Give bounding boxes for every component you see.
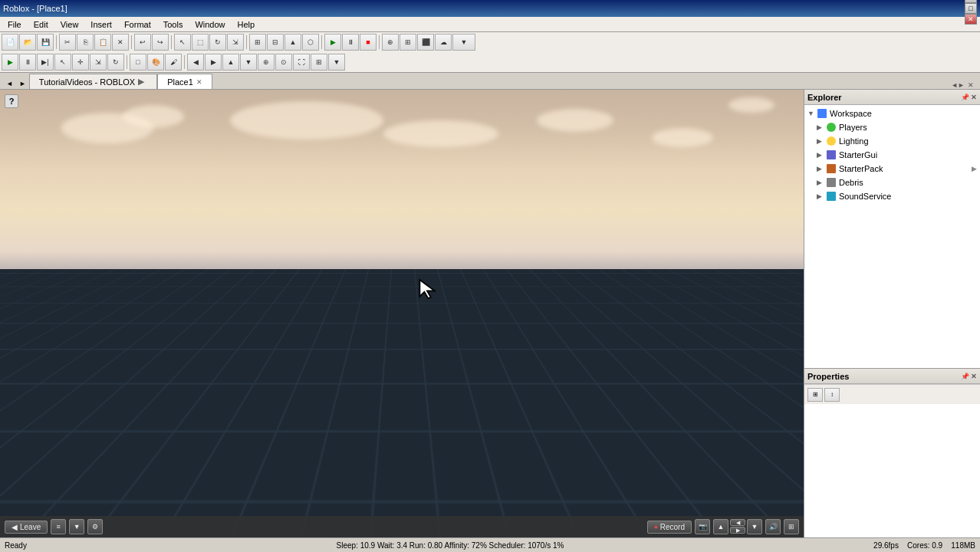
tb-scale[interactable]: ⇲	[227, 34, 244, 51]
tb-play[interactable]: ▶	[324, 34, 341, 51]
menu-tools[interactable]: Tools	[157, 18, 189, 31]
tb-insert2[interactable]: ⊞	[400, 34, 416, 51]
explorer-close-icon[interactable]: ✕	[971, 94, 977, 101]
tb-surface[interactable]: □	[130, 54, 146, 71]
tb-play2[interactable]: ▶	[2, 54, 18, 71]
tb-color2[interactable]: 🖌	[165, 54, 182, 71]
menu-edit[interactable]: Edit	[28, 18, 54, 31]
tb-terrain[interactable]: ▲	[284, 34, 301, 51]
tb-more3[interactable]: ▼	[328, 54, 345, 71]
tb-color1[interactable]: 🎨	[147, 54, 164, 71]
tb-redo[interactable]: ↪	[152, 34, 169, 51]
tb-snap[interactable]: ⊟	[267, 34, 284, 51]
tb-more2[interactable]: ⊞	[311, 54, 327, 71]
startergui-toggle[interactable]: ▶	[817, 151, 826, 159]
tab-area-nav-right[interactable]: ►	[958, 81, 965, 89]
up-arrow-btn[interactable]: ▲	[713, 519, 728, 534]
tb-publish[interactable]: ☁	[435, 34, 452, 51]
tb-select[interactable]: ⬚	[192, 34, 209, 51]
soundservice-toggle[interactable]: ▶	[817, 192, 826, 200]
tb-insert1[interactable]: ⊕	[382, 34, 399, 51]
workspace-toggle[interactable]: ▼	[807, 110, 817, 117]
menu-insert[interactable]: Insert	[84, 18, 118, 31]
tree-item-debris[interactable]: ▶ Debris	[804, 176, 980, 189]
tb-move[interactable]: ✛	[72, 54, 89, 71]
lighting-icon	[826, 136, 837, 146]
help-button[interactable]: ?	[5, 94, 18, 108]
close-button[interactable]: ✕	[965, 14, 977, 25]
tb-insert3[interactable]: ⬛	[417, 34, 434, 51]
tab-area-close[interactable]: ✕	[968, 81, 974, 89]
properties-close-icon[interactable]: ✕	[971, 373, 977, 380]
tb-delete[interactable]: ✕	[112, 34, 129, 51]
menu-view[interactable]: View	[54, 18, 85, 31]
viewport[interactable]: ? ◀ Leave ≡ ▼ ⚙ ● Record 📷 ▲ ◀ ▶ ▼	[0, 90, 804, 537]
sound-button[interactable]: 🔊	[765, 519, 781, 534]
toolbar-row-2: ▶ ⏸ ▶| ↖ ✛ ⇲ ↻ □ 🎨 🖌 ◀ ▶ ▲ ▼ ⊕ ⊙ ⛶ ⊞ ▼	[0, 52, 980, 72]
debris-toggle[interactable]: ▶	[817, 179, 826, 186]
active-tab[interactable]: Place1 ✕	[157, 74, 212, 89]
tb-pause[interactable]: ⏸	[342, 34, 359, 51]
menu-help[interactable]: Help	[232, 18, 261, 31]
maximize-button[interactable]: □	[965, 3, 977, 14]
tb-group[interactable]: ⬡	[302, 34, 319, 51]
tab-nav-right[interactable]: ►	[16, 78, 29, 89]
camera-button[interactable]: 📷	[695, 519, 710, 534]
menu-file[interactable]: File	[2, 18, 28, 31]
starterpack-toggle[interactable]: ▶	[817, 165, 826, 172]
explorer-pin-icon[interactable]: 📌	[961, 94, 969, 101]
properties-pin-icon[interactable]: 📌	[961, 373, 969, 380]
tb-more[interactable]: ▼	[452, 34, 475, 51]
tb-new[interactable]: 📄	[2, 34, 18, 51]
list-down-button[interactable]: ▼	[69, 519, 84, 534]
menu-format[interactable]: Format	[118, 18, 157, 31]
tb-arrow[interactable]: ↖	[174, 34, 191, 51]
tb-copy[interactable]: ⎘	[77, 34, 94, 51]
tb-save[interactable]: 💾	[37, 34, 54, 51]
tb-cut[interactable]: ✂	[59, 34, 76, 51]
tb-grid[interactable]: ⊞	[249, 34, 266, 51]
tb-cam4[interactable]: ▼	[240, 54, 257, 71]
cloud-3	[230, 101, 383, 140]
tb-cam2[interactable]: ▶	[205, 54, 222, 71]
tb-undo[interactable]: ↩	[134, 34, 151, 51]
arrow-left-btn[interactable]: ◀	[730, 519, 745, 526]
tb-rotate[interactable]: ↻	[209, 34, 226, 51]
tab-area-nav-left[interactable]: ◄	[951, 81, 958, 89]
tab-close-icon[interactable]: ✕	[196, 78, 202, 86]
tb-stop[interactable]: ■	[360, 34, 377, 51]
down-arrow-btn[interactable]: ▼	[747, 519, 762, 534]
tb-pause2[interactable]: ⏸	[19, 54, 36, 71]
leave-button[interactable]: ◀ Leave	[5, 521, 48, 534]
tb-cam1[interactable]: ◀	[187, 54, 204, 71]
tree-item-workspace[interactable]: ▼ Workspace	[804, 107, 980, 120]
tree-item-players[interactable]: ▶ Players	[804, 120, 980, 134]
menu-window[interactable]: Window	[189, 18, 231, 31]
tb-cam5[interactable]: ⊕	[258, 54, 275, 71]
record-button[interactable]: ● Record	[647, 521, 692, 534]
record-label: Record	[660, 523, 685, 531]
lighting-toggle[interactable]: ▶	[817, 137, 826, 145]
tb-cam6[interactable]: ⊙	[275, 54, 292, 71]
tb-cursor[interactable]: ↖	[54, 54, 71, 71]
tb-step[interactable]: ▶|	[37, 54, 54, 71]
tb-rotate2[interactable]: ↻	[107, 54, 124, 71]
gear-button[interactable]: ⚙	[87, 519, 103, 534]
tb-scale2[interactable]: ⇲	[90, 54, 107, 71]
list-button[interactable]: ≡	[51, 519, 66, 534]
tree-item-soundservice[interactable]: ▶ SoundService	[804, 189, 980, 203]
tree-item-lighting[interactable]: ▶ Lighting	[804, 134, 980, 148]
tb-fullscreen[interactable]: ⛶	[293, 54, 310, 71]
arrow-right-btn[interactable]: ▶	[730, 527, 745, 534]
tree-item-starterpack[interactable]: ▶ StarterPack ▶	[804, 162, 980, 176]
props-categories-btn[interactable]: ⊞	[807, 388, 823, 402]
tree-item-startergui[interactable]: ▶ StarterGui	[804, 148, 980, 162]
tb-paste[interactable]: 📋	[94, 34, 111, 51]
props-sort-btn[interactable]: ↕	[824, 388, 840, 402]
arrow-group: ▲ ◀ ▶ ▼	[713, 519, 762, 534]
expand-button[interactable]: ⊞	[784, 519, 799, 534]
players-toggle[interactable]: ▶	[817, 123, 826, 131]
tab-nav-left[interactable]: ◄	[3, 78, 16, 89]
tb-open[interactable]: 📂	[19, 34, 36, 51]
tb-cam3[interactable]: ▲	[222, 54, 239, 71]
